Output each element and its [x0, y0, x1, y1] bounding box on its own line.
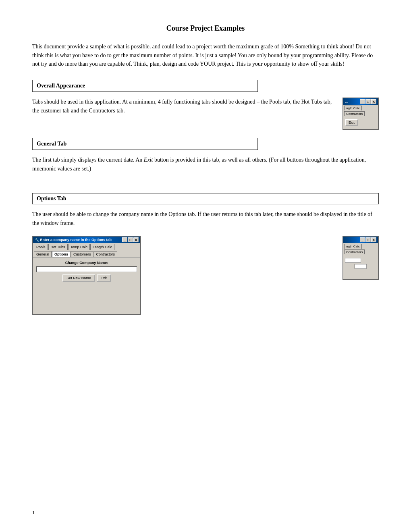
- intro-paragraph: This document provide a sample of what i…: [32, 42, 379, 69]
- options-tab-section: Options Tab The user should be able to c…: [32, 193, 379, 314]
- change-company-label: Change Company Name:: [36, 261, 137, 265]
- options-tabs-row1: Pools Hot Tubs Temp Calc Length Calc: [33, 243, 140, 250]
- options-screenshots-area: 🔧 Enter a company name in the Options ta…: [32, 236, 379, 315]
- exit-button-options[interactable]: Exit: [97, 274, 111, 282]
- general-tab-header-box: General Tab: [32, 138, 258, 150]
- tab-options[interactable]: Options: [52, 251, 71, 257]
- win-snippet-general: ... _ □ X ngth Calc Contractors Exit: [342, 98, 379, 130]
- overall-appearance-text-block: Tabs should be used in this application.…: [32, 98, 338, 123]
- options-full-titlebar: 🔧 Enter a company name in the Options ta…: [33, 237, 140, 243]
- spacer1: [32, 181, 379, 193]
- overall-appearance-title: Overall Appearance: [37, 83, 85, 89]
- overall-appearance-body: Tabs should be used in this application.…: [32, 98, 338, 115]
- exit-button-general[interactable]: Exit: [345, 119, 358, 126]
- options-tab-header-box: Options Tab: [32, 193, 379, 204]
- options-minimize-btn[interactable]: _: [122, 237, 127, 242]
- general-tab-section: General Tab The first tab simply display…: [32, 138, 379, 173]
- general-tab-body: The first tab simply displays the curren…: [32, 156, 379, 173]
- general-tab-body1: The first tab simply displays the curren…: [32, 157, 144, 163]
- options-full-title-text: 🔧 Enter a company name in the Options ta…: [35, 238, 112, 242]
- options-tab-body: The user should be able to change the co…: [32, 210, 379, 227]
- win-minimize-btn[interactable]: _: [360, 99, 365, 104]
- tab-customers[interactable]: Customers: [71, 251, 93, 257]
- options-btn-row: Set New Name Exit: [36, 274, 137, 282]
- win-right-tabs: ngth Calc Contractors: [343, 243, 378, 255]
- tab-temp-calc[interactable]: Temp Calc: [68, 244, 90, 250]
- tab-hot-tubs[interactable]: Hot Tubs: [48, 244, 68, 250]
- tab-contractors[interactable]: Contractors: [94, 251, 118, 257]
- win-tab-lengthcalc[interactable]: ngth Calc: [344, 106, 362, 110]
- options-tabs-row2: General Options Customers Contractors: [33, 250, 140, 258]
- win-maximize-btn-options[interactable]: □: [365, 237, 371, 242]
- options-right-snippet: _ □ X ngth Calc Contractors: [342, 236, 379, 315]
- win-title-buttons: _ □ X: [360, 99, 376, 104]
- overall-appearance-content-row: Tabs should be used in this application.…: [32, 98, 379, 130]
- win-tab-contractors[interactable]: Contractors: [344, 111, 365, 116]
- general-tab-screenshot-snippet: ... _ □ X ngth Calc Contractors Exit: [342, 98, 379, 130]
- overall-appearance-section: Overall Appearance Tabs should be used i…: [32, 80, 379, 130]
- overall-appearance-header-box: Overall Appearance: [32, 80, 258, 92]
- page-number: 1: [32, 509, 35, 516]
- general-tab-title: General Tab: [37, 141, 66, 147]
- page-title: Course Project Examples: [32, 24, 379, 33]
- win-titlebar-general: ... _ □ X: [343, 98, 378, 105]
- win-tab-contractors-right[interactable]: Contractors: [344, 249, 365, 254]
- win-titlebar-options-right: _ □ X: [343, 237, 378, 243]
- tab-length-calc[interactable]: Length Calc: [90, 244, 114, 250]
- win-small-content-right: [343, 255, 378, 279]
- win-tabs-area: ngth Calc Contractors: [343, 105, 378, 117]
- win-title-text: ...: [345, 100, 348, 104]
- win-close-btn-options[interactable]: X: [371, 237, 376, 242]
- options-tab-title: Options Tab: [37, 195, 66, 202]
- win-input-small-2[interactable]: [355, 264, 367, 269]
- tab-pools[interactable]: Pools: [34, 244, 48, 250]
- win-tab-ngthcalc-right[interactable]: ngth Calc: [344, 244, 362, 249]
- win-close-btn[interactable]: X: [371, 99, 376, 104]
- win-input-small-1[interactable]: [345, 258, 361, 263]
- win-content-general: Exit: [343, 117, 378, 129]
- win-title-buttons-options-right: _ □ X: [360, 237, 376, 242]
- exit-italic: Exit: [144, 157, 153, 163]
- options-close-btn[interactable]: X: [133, 237, 139, 242]
- win-maximize-btn[interactable]: □: [365, 99, 371, 104]
- win-minimize-btn-options[interactable]: _: [360, 237, 365, 242]
- options-full-body: Change Company Name: Set New Name Exit: [33, 258, 140, 314]
- tab-general[interactable]: General: [34, 251, 52, 257]
- company-name-input[interactable]: [36, 266, 137, 272]
- options-maximize-btn[interactable]: □: [128, 237, 133, 242]
- options-spacer: [149, 236, 334, 315]
- win-snippet-options-right: _ □ X ngth Calc Contractors: [342, 236, 379, 280]
- options-full-window: 🔧 Enter a company name in the Options ta…: [32, 236, 141, 315]
- set-new-name-button[interactable]: Set New Name: [62, 274, 95, 282]
- options-full-win-buttons: _ □ X: [122, 237, 139, 242]
